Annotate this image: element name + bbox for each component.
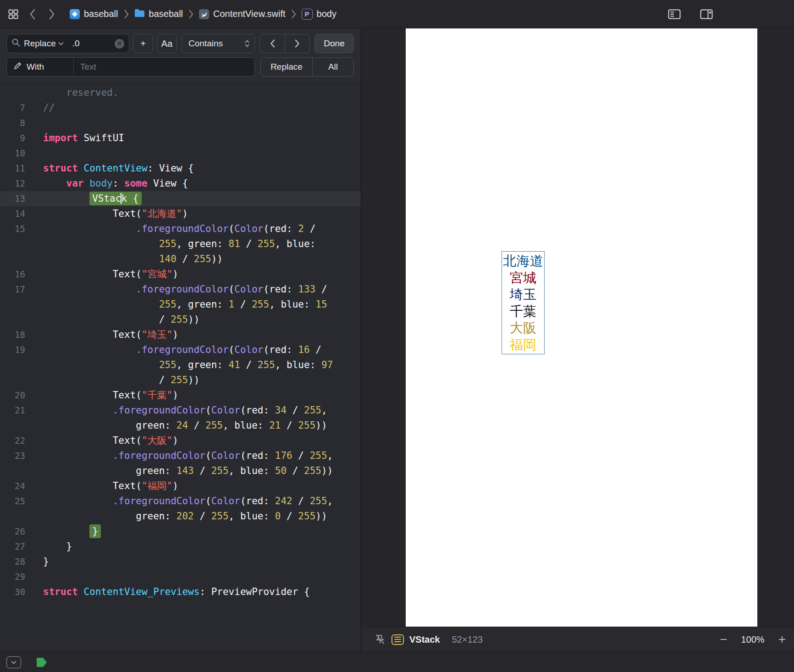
code-line[interactable]: 20 Text("千葉"): [0, 388, 361, 403]
search-input[interactable]: .0: [67, 39, 111, 49]
preview-text[interactable]: 埼玉: [502, 286, 544, 303]
breadcrumb-symbol[interactable]: P body: [302, 9, 336, 20]
line-number: [0, 373, 32, 388]
match-case-button[interactable]: Aa: [157, 34, 177, 53]
line-number: 9: [0, 131, 32, 146]
add-editor-icon[interactable]: [699, 6, 714, 22]
code-line[interactable]: green: 24 / 255, blue: 21 / 255)): [0, 418, 361, 433]
forward-button[interactable]: [44, 6, 60, 22]
preview-artboard[interactable]: 北海道宮城埼玉千葉大阪福岡: [406, 28, 757, 627]
line-number: 29: [0, 569, 32, 584]
code-line[interactable]: 21 .foregroundColor(Color(red: 34 / 255,: [0, 403, 361, 418]
hide-debug-area-icon[interactable]: [6, 656, 21, 668]
code-line[interactable]: 22 Text("大阪"): [0, 433, 361, 448]
line-number: 24: [0, 479, 32, 494]
vstack-badge-icon[interactable]: [391, 634, 404, 645]
code-line[interactable]: 255, green: 1 / 255, blue: 15: [0, 297, 361, 312]
code-line[interactable]: 16 Text("宮城"): [0, 267, 361, 282]
preview-text[interactable]: 北海道: [502, 253, 544, 270]
breadcrumb-group[interactable]: baseball: [134, 9, 183, 20]
search-field[interactable]: Replace .0 ✕: [6, 34, 129, 53]
line-number: 18: [0, 327, 32, 342]
code-line[interactable]: 18 Text("埼玉"): [0, 327, 361, 342]
line-number: [0, 297, 32, 312]
previous-match-button[interactable]: [260, 34, 285, 53]
jump-bar: baseball baseball ContentView.swift P bo…: [0, 0, 794, 28]
breakpoints-toggle-icon[interactable]: [35, 657, 48, 667]
replace-input[interactable]: Text: [74, 62, 96, 72]
code-line[interactable]: 255, green: 41 / 255, blue: 97: [0, 358, 361, 373]
line-number: 25: [0, 494, 32, 509]
line-number: 7: [0, 100, 32, 116]
code-line[interactable]: / 255)): [0, 373, 361, 388]
code-line[interactable]: 15 .foregroundColor(Color(red: 2 /: [0, 221, 361, 237]
code-line[interactable]: 9import SwiftUI: [0, 131, 361, 146]
line-number: [0, 252, 32, 267]
pencil-icon: [13, 61, 22, 72]
line-number: 26: [0, 524, 32, 539]
line-number: 15: [0, 221, 32, 237]
line-number: 19: [0, 342, 32, 358]
chevron-up-down-icon: [244, 39, 250, 48]
code-line[interactable]: 26 }: [0, 524, 361, 539]
code-line[interactable]: 8: [0, 116, 361, 131]
search-mode-label: Replace: [24, 39, 56, 49]
code-line[interactable]: 25 .foregroundColor(Color(red: 242 / 255…: [0, 494, 361, 509]
code-line[interactable]: 7//: [0, 100, 361, 116]
zoom-level[interactable]: 100%: [741, 634, 764, 645]
code-line[interactable]: 11struct ContentView: View {: [0, 161, 361, 176]
code-line[interactable]: green: 202 / 255, blue: 0 / 255)): [0, 509, 361, 524]
code-line[interactable]: reserved.: [0, 85, 361, 100]
breadcrumb-project[interactable]: baseball: [70, 9, 118, 19]
search-mode-dropdown[interactable]: Replace: [24, 39, 64, 49]
code-line[interactable]: 140 / 255)): [0, 252, 361, 267]
replace-button[interactable]: Replace: [261, 58, 312, 76]
code-line[interactable]: 10: [0, 146, 361, 161]
match-type-dropdown[interactable]: Contains: [182, 34, 255, 53]
back-button[interactable]: [25, 6, 40, 22]
preview-text[interactable]: 宮城: [502, 270, 544, 286]
preview-vstack[interactable]: 北海道宮城埼玉千葉大阪福岡: [502, 251, 545, 354]
code-line[interactable]: 27 }: [0, 539, 361, 554]
code-line[interactable]: 23 .foregroundColor(Color(red: 176 / 255…: [0, 448, 361, 463]
breadcrumb: baseball baseball ContentView.swift P bo…: [70, 9, 336, 20]
editor-options-icon[interactable]: [667, 6, 682, 22]
clear-search-icon[interactable]: ✕: [115, 39, 124, 49]
done-button[interactable]: Done: [314, 34, 354, 53]
add-pattern-button[interactable]: +: [133, 34, 153, 53]
preview-text[interactable]: 大阪: [502, 319, 544, 336]
code-line[interactable]: 12 var body: some View {: [0, 176, 361, 191]
replace-all-button[interactable]: All: [312, 58, 353, 76]
canvas-bottom-bar: VStack 52×123 − 100% +: [361, 627, 794, 652]
pin-preview-icon[interactable]: [373, 634, 387, 645]
code-line[interactable]: 14 Text("北海道"): [0, 206, 361, 221]
line-number: 8: [0, 116, 32, 131]
code-line[interactable]: / 255)): [0, 312, 361, 327]
next-match-button[interactable]: [285, 34, 309, 53]
code-line[interactable]: 30struct ContentView_Previews: PreviewPr…: [0, 584, 361, 600]
line-number: 11: [0, 161, 32, 176]
code-line[interactable]: 19 .foregroundColor(Color(red: 16 /: [0, 342, 361, 358]
chevron-right-icon: [291, 9, 296, 19]
code-line[interactable]: green: 143 / 255, blue: 50 / 255)): [0, 463, 361, 479]
preview-text[interactable]: 千葉: [502, 303, 544, 320]
breadcrumb-file[interactable]: ContentView.swift: [199, 9, 286, 19]
line-number: [0, 237, 32, 252]
zoom-in-button[interactable]: +: [778, 633, 786, 646]
preview-text[interactable]: 福岡: [502, 336, 544, 353]
chevron-down-icon: [58, 42, 64, 45]
code-line[interactable]: 28}: [0, 554, 361, 569]
related-items-icon[interactable]: [6, 6, 21, 22]
code-editor[interactable]: reserved.7//89import SwiftUI1011struct C…: [0, 83, 361, 652]
code-line[interactable]: 17 .foregroundColor(Color(red: 133 /: [0, 282, 361, 297]
debug-bar: [0, 652, 794, 672]
code-line[interactable]: 255, green: 81 / 255, blue:: [0, 237, 361, 252]
code-line[interactable]: 24 Text("福岡"): [0, 479, 361, 494]
replace-field[interactable]: With Text: [6, 57, 255, 77]
zoom-out-button[interactable]: −: [720, 633, 727, 646]
code-line[interactable]: 29: [0, 569, 361, 584]
breadcrumb-group-label: baseball: [149, 9, 183, 19]
code-line[interactable]: 13 VStack {: [0, 191, 361, 206]
line-number: 23: [0, 448, 32, 463]
editor-pane: Replace .0 ✕ + Aa Contains: [0, 28, 361, 652]
